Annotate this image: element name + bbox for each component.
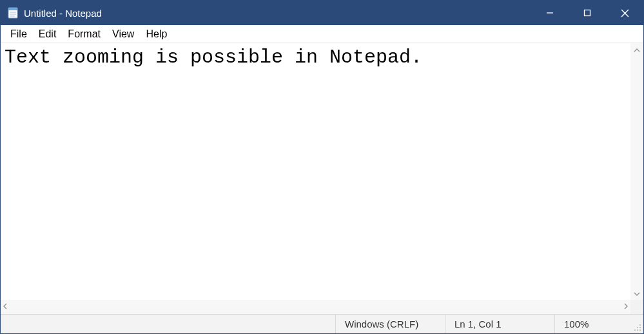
svg-point-12 [634, 329, 636, 331]
status-bar: Windows (CRLF) Ln 1, Col 1 100% [1, 314, 643, 333]
menu-view[interactable]: View [106, 27, 140, 41]
status-spacer [1, 315, 335, 333]
svg-point-10 [637, 327, 638, 328]
text-editor[interactable]: Text zooming is possible in Notepad. [1, 43, 643, 300]
maximize-button[interactable] [569, 1, 606, 25]
svg-point-13 [637, 329, 638, 331]
notepad-icon [7, 7, 19, 19]
svg-point-14 [639, 329, 641, 331]
window-title: Untitled - Notepad [24, 8, 102, 19]
resize-grip[interactable] [632, 315, 643, 333]
horizontal-scrollbar[interactable] [1, 300, 630, 314]
menu-format[interactable]: Format [62, 27, 106, 41]
menu-file[interactable]: File [5, 27, 33, 41]
scroll-left-icon [3, 303, 7, 311]
svg-rect-6 [585, 10, 590, 16]
close-button[interactable] [606, 1, 643, 25]
minimize-button[interactable] [531, 1, 569, 25]
scroll-up-icon [634, 46, 640, 54]
scroll-corner [630, 300, 643, 314]
title-bar[interactable]: Untitled - Notepad [1, 1, 643, 25]
status-line-ending: Windows (CRLF) [335, 315, 445, 333]
menu-bar: File Edit Format View Help [1, 25, 643, 43]
editor-area: Text zooming is possible in Notepad. [1, 43, 643, 314]
menu-help[interactable]: Help [140, 27, 173, 41]
svg-point-11 [639, 327, 641, 328]
status-zoom-level: 100% [554, 315, 632, 333]
svg-rect-1 [8, 8, 17, 10]
scroll-down-icon [634, 290, 640, 297]
svg-point-9 [639, 324, 641, 326]
vertical-scrollbar[interactable] [630, 43, 643, 300]
menu-edit[interactable]: Edit [33, 27, 63, 41]
status-cursor-position: Ln 1, Col 1 [445, 315, 554, 333]
scroll-right-icon [624, 303, 628, 311]
